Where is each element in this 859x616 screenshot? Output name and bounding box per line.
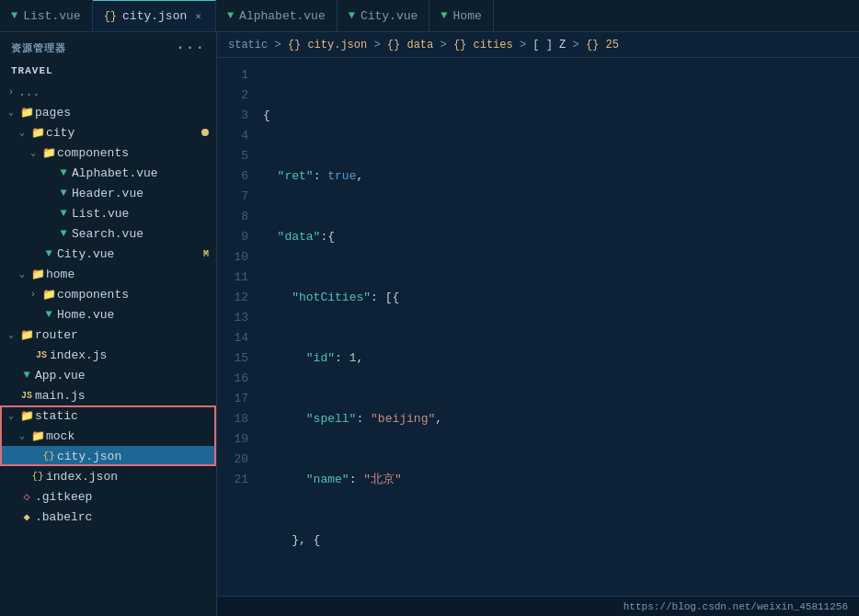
tab-label: List.vue <box>23 9 80 23</box>
sidebar-item-label: router <box>35 328 216 342</box>
sidebar-item-label: App.vue <box>35 369 216 382</box>
sidebar-item-label: home <box>46 268 216 281</box>
tab-label: City.vue <box>361 9 418 23</box>
sidebar-item-city[interactable]: ⌄ 📁 city <box>0 122 216 143</box>
vue-icon: ▼ <box>55 207 72 220</box>
status-url: https://blog.csdn.net/weixin_45811256 <box>624 601 848 612</box>
vue-icon: ▼ <box>40 247 57 260</box>
babelrc-icon: ◆ <box>18 510 35 524</box>
sidebar-item-label: .gitkeep <box>35 490 216 504</box>
chevron-down-icon: ⌄ <box>15 127 29 138</box>
vue-icon: ▼ <box>11 9 17 22</box>
js-icon: JS <box>33 350 50 360</box>
tab-label: city.json <box>122 9 187 23</box>
modified-badge: M <box>203 249 216 259</box>
sidebar-item-pages[interactable]: ⌄ 📁 pages <box>0 102 216 122</box>
tab-city-json[interactable]: {} city.json ✕ <box>93 0 216 31</box>
vue-icon: ▼ <box>55 227 72 240</box>
project-name: TRAVEL <box>0 63 216 82</box>
json-icon: {} <box>104 10 117 23</box>
chevron-down-icon: ⌄ <box>15 268 29 279</box>
sidebar-title: 资源管理器 <box>11 41 66 55</box>
folder-icon: 📁 <box>29 268 46 281</box>
tab-alphabet-vue[interactable]: ▼ Alphabet.vue <box>216 0 338 31</box>
sidebar-item-city-vue[interactable]: ▼ City.vue M <box>0 244 216 264</box>
sidebar-item-babelrc[interactable]: ◆ .babelrc <box>0 507 216 527</box>
tab-label: Home <box>453 9 482 23</box>
sidebar-item-components[interactable]: ⌄ 📁 components <box>0 143 216 163</box>
chevron-down-icon: ⌄ <box>15 430 29 441</box>
sidebar-item-search-vue[interactable]: ▼ Search.vue <box>0 223 216 244</box>
breadcrumb: static > {} city.json > {} data > {} cit… <box>217 32 859 58</box>
sidebar-item-label: components <box>57 146 216 160</box>
sidebar-item-header-vue[interactable]: ▼ Header.vue <box>0 183 216 203</box>
sidebar-item-collapsed[interactable]: › ... <box>0 82 216 102</box>
folder-icon: 📁 <box>40 288 57 302</box>
sidebar-item-alphabet-vue[interactable]: ▼ Alphabet.vue <box>0 163 216 183</box>
tab-close-button[interactable]: ✕ <box>192 9 204 23</box>
content-area: static > {} city.json > {} data > {} cit… <box>217 32 859 616</box>
arrow-icon: › <box>4 87 18 97</box>
sidebar-item-label: pages <box>35 106 216 120</box>
sidebar-item-label: Alphabet.vue <box>72 166 216 180</box>
folder-icon: 📁 <box>29 126 46 140</box>
tab-list-vue[interactable]: ▼ List.vue <box>0 0 93 31</box>
sidebar-item-mock[interactable]: ⌄ 📁 mock <box>0 426 216 446</box>
vue-icon: ▼ <box>55 187 72 200</box>
sidebar-item-city-json[interactable]: {} city.json <box>0 446 216 466</box>
sidebar-item-label: Home.vue <box>57 308 216 322</box>
folder-icon: 📁 <box>18 328 35 342</box>
chevron-down-icon: ⌄ <box>4 107 18 118</box>
folder-icon: 📁 <box>18 409 35 423</box>
tab-city-vue[interactable]: ▼ City.vue <box>338 0 430 31</box>
sidebar-item-label: city.json <box>57 450 216 463</box>
sidebar-item-label: index.json <box>46 470 216 484</box>
sidebar-item-label: List.vue <box>72 207 216 221</box>
sidebar-item-gitkeep[interactable]: ◇ .gitkeep <box>0 486 216 507</box>
tab-home[interactable]: ▼ Home <box>430 0 493 31</box>
chevron-down-icon: ⌄ <box>4 410 18 421</box>
sidebar-item-label: ... <box>18 86 216 99</box>
sidebar-item-home-components[interactable]: › 📁 components <box>0 284 216 304</box>
gitkeep-icon: ◇ <box>18 490 35 504</box>
vue-icon: ▼ <box>349 9 355 22</box>
vue-icon: ▼ <box>18 369 35 382</box>
sidebar-item-label: mock <box>46 429 216 443</box>
sidebar-item-label: Header.vue <box>72 187 216 200</box>
tab-label: Alphabet.vue <box>239 9 326 23</box>
vue-icon: ▼ <box>441 9 447 22</box>
json-icon: {} <box>40 451 57 462</box>
chevron-right-icon: › <box>26 290 40 300</box>
sidebar-item-index-json[interactable]: {} index.json <box>0 466 216 486</box>
sidebar-item-label: components <box>57 288 216 302</box>
sidebar-header: 资源管理器 ··· <box>0 32 216 63</box>
sidebar-item-label: main.js <box>35 389 216 403</box>
js-icon: JS <box>18 391 35 401</box>
folder-icon: 📁 <box>40 146 57 160</box>
sidebar: 资源管理器 ··· TRAVEL › ... ⌄ 📁 pages ⌄ 📁 cit… <box>0 32 217 616</box>
sidebar-item-label: City.vue <box>57 247 203 261</box>
vue-icon: ▼ <box>55 166 72 179</box>
sidebar-options-button[interactable]: ··· <box>176 40 205 56</box>
breadcrumb-text: static > {} city.json > {} data > {} cit… <box>228 39 619 51</box>
sidebar-item-router[interactable]: ⌄ 📁 router <box>0 325 216 345</box>
chevron-down-icon: ⌄ <box>4 329 18 340</box>
sidebar-item-static[interactable]: ⌄ 📁 static <box>0 405 216 426</box>
vue-icon: ▼ <box>227 9 234 22</box>
sidebar-item-home-vue[interactable]: ▼ Home.vue <box>0 304 216 325</box>
status-bar: https://blog.csdn.net/weixin_45811256 <box>217 596 859 616</box>
sidebar-item-label: static <box>35 409 216 423</box>
sidebar-item-home[interactable]: ⌄ 📁 home <box>0 264 216 284</box>
sidebar-item-label: city <box>46 126 201 140</box>
sidebar-item-index-js[interactable]: JS index.js <box>0 345 216 365</box>
json-icon: {} <box>29 471 46 482</box>
sidebar-item-list-vue[interactable]: ▼ List.vue <box>0 203 216 223</box>
tab-bar: ▼ List.vue {} city.json ✕ ▼ Alphabet.vue… <box>0 0 859 32</box>
folder-icon: 📁 <box>29 429 46 443</box>
sidebar-item-label: .babelrc <box>35 510 216 524</box>
code-editor[interactable]: 12345 678910 1112131415 1617181920 21 { … <box>217 58 859 596</box>
sidebar-item-app-vue[interactable]: ▼ App.vue <box>0 365 216 385</box>
modified-dot <box>201 129 209 136</box>
line-numbers: 12345 678910 1112131415 1617181920 21 <box>217 58 263 596</box>
sidebar-item-main-js[interactable]: JS main.js <box>0 385 216 405</box>
